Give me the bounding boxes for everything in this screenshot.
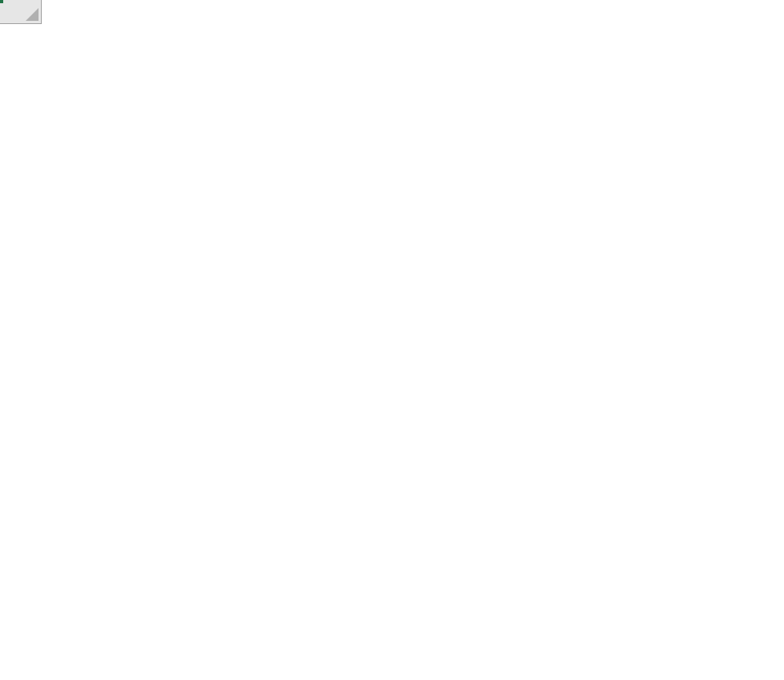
spreadsheet <box>0 0 784 680</box>
select-all-triangle-icon <box>26 8 39 21</box>
svg-marker-0 <box>26 8 39 21</box>
select-all-corner[interactable] <box>0 0 42 24</box>
